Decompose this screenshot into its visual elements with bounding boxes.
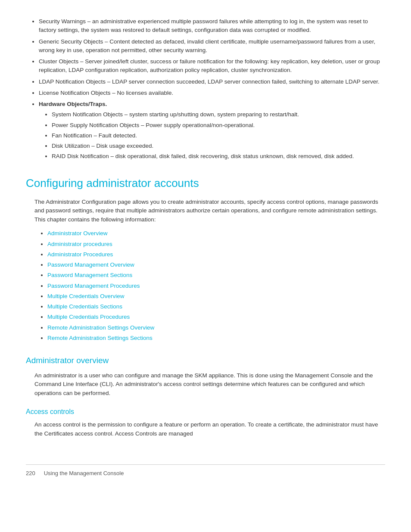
bullet-item: Security Warnings – an administrative ex… <box>39 17 385 35</box>
toc-list-item[interactable]: Multiple Credentials Procedures <box>47 312 385 321</box>
toc-link[interactable]: Remote Administration Settings Overview <box>47 324 154 331</box>
section-heading: Configuring administrator accounts <box>26 175 385 192</box>
toc-link[interactable]: Multiple Credentials Sections <box>47 303 122 310</box>
toc-link[interactable]: Password Management Sections <box>47 272 132 278</box>
hardware-sub-bullet-item: RAID Disk Notification – disk operationa… <box>52 152 385 161</box>
bullet-item: License Notification Objects – No licens… <box>39 89 385 97</box>
hardware-bullet-item: Hardware Objects/Traps.System Notificati… <box>39 100 385 161</box>
admin-overview-heading: Administrator overview <box>26 355 385 367</box>
admin-overview-section: Administrator overview An administrator … <box>26 355 385 398</box>
toc-link[interactable]: Multiple Credentials Procedures <box>47 314 130 320</box>
toc-list-item[interactable]: Administrator Procedures <box>47 250 385 259</box>
bullet-item: Cluster Objects – Server joined/left clu… <box>39 57 385 75</box>
toc-list-item[interactable]: Remote Administration Settings Overview <box>47 323 385 332</box>
bullet-item: Generic Security Objects – Content detec… <box>39 37 385 55</box>
hardware-sub-bullets: System Notification Objects – system sta… <box>39 110 385 161</box>
toc-link[interactable]: Password Management Overview <box>47 261 134 268</box>
toc-link[interactable]: Password Management Procedures <box>47 283 140 289</box>
toc-list-item[interactable]: Remote Administration Settings Sections <box>47 333 385 342</box>
top-bullets: Security Warnings – an administrative ex… <box>26 17 385 161</box>
hardware-sub-bullet-item: Power Supply Notification Objects – Powe… <box>52 121 385 130</box>
toc-list: Administrator OverviewAdministrator proc… <box>34 229 385 342</box>
toc-link[interactable]: Remote Administration Settings Sections <box>47 335 153 341</box>
toc-list-item[interactable]: Password Management Overview <box>47 260 385 269</box>
access-controls-heading: Access controls <box>26 407 385 417</box>
hardware-sub-bullet-item: Fan Notification – Fault detected. <box>52 131 385 140</box>
section-configuring: Configuring administrator accounts The A… <box>26 175 385 343</box>
toc-link[interactable]: Administrator procedures <box>47 241 112 247</box>
access-controls-section: Access controls An access control is the… <box>26 407 385 439</box>
footer-label: Using the Management Console <box>44 469 124 478</box>
toc-list-item[interactable]: Administrator procedures <box>47 240 385 249</box>
admin-overview-text: An administrator is a user who can confi… <box>34 371 385 398</box>
top-bullet-list-container: Security Warnings – an administrative ex… <box>26 17 385 161</box>
toc-list-item[interactable]: Multiple Credentials Sections <box>47 302 385 311</box>
access-controls-text: An access control is the permission to c… <box>34 420 385 439</box>
toc-link[interactable]: Administrator Overview <box>47 230 108 236</box>
toc-list-item[interactable]: Password Management Sections <box>47 271 385 280</box>
page-footer: 220 Using the Management Console <box>26 464 385 478</box>
bullet-item: LDAP Notification Objects – LDAP server … <box>39 78 385 86</box>
hardware-sub-bullet-item: System Notification Objects – system sta… <box>52 110 385 119</box>
toc-list-item[interactable]: Administrator Overview <box>47 229 385 238</box>
toc-link[interactable]: Multiple Credentials Overview <box>47 293 125 299</box>
toc-link[interactable]: Administrator Procedures <box>47 251 113 258</box>
toc-list-item[interactable]: Password Management Procedures <box>47 281 385 290</box>
section-intro-text: The Administrator Configuration page all… <box>34 198 385 225</box>
hardware-sub-bullet-item: Disk Utilization – Disk usage exceeded. <box>52 142 385 150</box>
toc-list-item[interactable]: Multiple Credentials Overview <box>47 292 385 301</box>
footer-page-number: 220 <box>26 469 35 478</box>
